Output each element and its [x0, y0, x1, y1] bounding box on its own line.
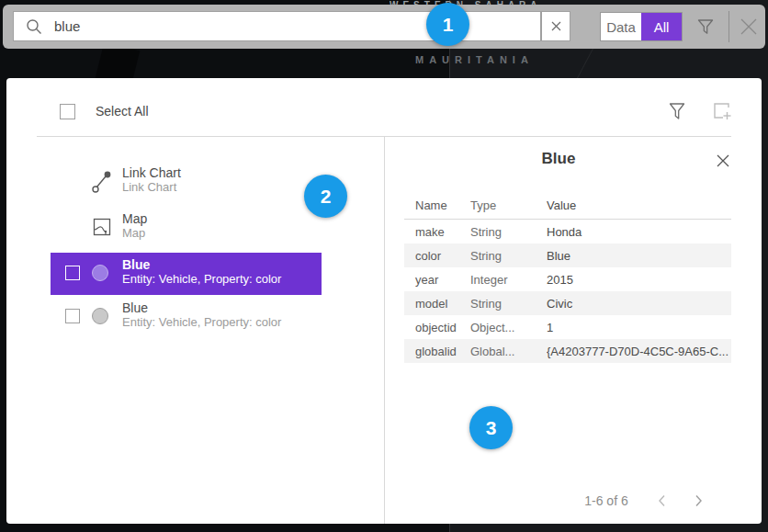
cell-type: String: [470, 225, 547, 239]
link-chart-icon: [91, 170, 113, 194]
attributes-table: Name Type Value make String Honda color …: [404, 191, 731, 363]
entity-dot-icon: [92, 308, 108, 324]
chevron-left-icon: [658, 494, 666, 507]
cell-value: Blue: [547, 249, 731, 263]
callout-badge-2: 2: [304, 175, 347, 218]
item-title: Link Chart: [122, 165, 181, 180]
toggle-all-button[interactable]: All: [641, 13, 682, 40]
next-page-button[interactable]: [680, 490, 717, 512]
cell-name: color: [404, 249, 470, 263]
table-row[interactable]: model String Civic: [404, 291, 731, 315]
item-subtitle: Entity: Vehicle, Property: color: [122, 272, 281, 287]
scope-toggle: Data All: [600, 12, 683, 41]
item-checkbox[interactable]: [65, 266, 80, 280]
cell-value: 1: [547, 321, 731, 334]
filter-button[interactable]: [694, 11, 717, 42]
list-item-map[interactable]: Map Map: [51, 208, 322, 248]
cell-name: make: [404, 225, 470, 239]
page-range-label: 1-6 of 6: [570, 493, 643, 508]
cell-name: year: [404, 273, 470, 287]
add-to-new-button[interactable]: [709, 98, 735, 124]
screenshot-root: WESTERN SAHARA MAURITANIA Data All: [0, 0, 768, 532]
map-label-mauritania: MAURITANIA: [415, 54, 534, 65]
list-item-blue-selected[interactable]: Blue Entity: Vehicle, Property: color: [51, 253, 322, 295]
clear-icon: [550, 20, 562, 32]
list-details-divider: [384, 137, 385, 524]
cell-type: Object...: [470, 321, 547, 334]
details-title: Blue: [404, 150, 713, 168]
table-row[interactable]: color String Blue: [404, 243, 731, 267]
item-subtitle: Link Chart: [122, 180, 181, 195]
close-search-button[interactable]: [736, 14, 762, 40]
table-row[interactable]: year Integer 2015: [404, 267, 731, 291]
select-all-checkbox[interactable]: [60, 104, 75, 119]
toolbar-divider: [728, 11, 729, 42]
select-all-label: Select All: [96, 104, 149, 119]
list-item-link-chart[interactable]: Link Chart Link Chart: [51, 162, 322, 202]
table-row[interactable]: objectid Object... 1: [404, 315, 731, 339]
previous-page-button[interactable]: [643, 490, 680, 512]
pagination: 1-6 of 6: [570, 490, 735, 512]
search-toolbar: Data All: [3, 5, 765, 49]
cell-value: 2015: [547, 273, 731, 287]
item-title: Map: [122, 211, 147, 226]
details-close-icon: [716, 153, 730, 168]
map-icon: [93, 218, 111, 236]
chevron-right-icon: [695, 494, 703, 507]
clear-search-button[interactable]: [541, 11, 570, 41]
add-square-icon: [711, 100, 733, 122]
cell-type: Global...: [470, 345, 547, 358]
list-item-blue[interactable]: Blue Entity: Vehicle, Property: color: [51, 296, 322, 338]
item-title: Blue: [122, 257, 281, 272]
panel-filter-button[interactable]: [665, 98, 689, 124]
cell-value: Honda: [547, 225, 731, 239]
callout-badge-3: 3: [469, 406, 513, 449]
column-header-name: Name: [404, 198, 470, 212]
item-title: Blue: [122, 300, 281, 315]
cell-value: Civic: [547, 297, 731, 311]
details-close-button[interactable]: [713, 151, 733, 171]
cell-value: {A4203777-D70D-4C5C-9A65-C...: [547, 345, 731, 358]
cell-type: Integer: [470, 273, 547, 287]
callout-badge-1: 1: [426, 3, 469, 46]
column-header-value: Value: [547, 198, 731, 212]
item-subtitle: Map: [122, 226, 147, 241]
column-header-type: Type: [470, 198, 547, 212]
panel-filter-icon: [668, 101, 686, 121]
toggle-data-button[interactable]: Data: [601, 13, 641, 40]
table-row[interactable]: globalid Global... {A4203777-D70D-4C5C-9…: [404, 339, 731, 363]
cell-name: model: [404, 297, 470, 311]
select-all-row: Select All: [60, 96, 149, 126]
item-checkbox[interactable]: [65, 309, 80, 323]
table-row[interactable]: make String Honda: [404, 220, 731, 243]
attributes-table-header: Name Type Value: [404, 191, 731, 220]
item-subtitle: Entity: Vehicle, Property: color: [122, 315, 281, 330]
close-icon: [739, 17, 759, 37]
cell-type: String: [470, 249, 547, 263]
cell-type: String: [470, 297, 547, 311]
search-icon: [26, 18, 42, 35]
cell-name: globalid: [404, 345, 470, 358]
cell-name: objectid: [404, 321, 470, 334]
entity-dot-icon: [92, 265, 108, 281]
filter-icon: [696, 17, 715, 36]
